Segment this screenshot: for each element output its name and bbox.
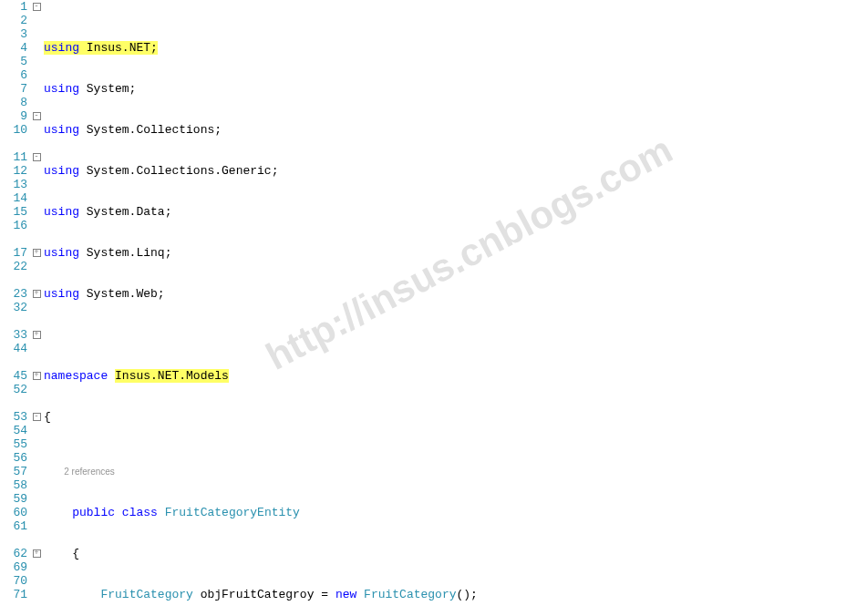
code-line[interactable]: namespace Insus.NET.Models: [44, 369, 867, 383]
code-area[interactable]: using Insus.NET; using System; using Sys…: [42, 0, 867, 616]
fold-icon[interactable]: -: [33, 413, 41, 421]
code-line[interactable]: public class FruitCategoryEntity: [44, 506, 867, 519]
code-line[interactable]: using Insus.NET;: [44, 41, 867, 55]
fold-icon[interactable]: -: [33, 3, 41, 11]
code-line[interactable]: [44, 328, 867, 342]
fold-icon[interactable]: +: [33, 249, 41, 257]
code-editor[interactable]: 1 2 3 4 5 6 7 8 9 10 11 12 13 14 15 16 1…: [0, 0, 867, 616]
code-line[interactable]: using System.Collections;: [44, 123, 867, 137]
fold-gutter: - - - + + + + -: [31, 0, 42, 616]
fold-icon[interactable]: +: [33, 331, 41, 339]
code-line[interactable]: {: [44, 547, 867, 560]
fold-icon[interactable]: -: [33, 153, 41, 161]
code-line[interactable]: {: [44, 410, 867, 424]
line-number-gutter: 1 2 3 4 5 6 7 8 9 10 11 12 13 14 15 16 1…: [0, 0, 31, 616]
code-line[interactable]: using System.Linq;: [44, 246, 867, 260]
fold-icon[interactable]: -: [33, 112, 41, 120]
codelens-references[interactable]: 2 references: [44, 465, 867, 478]
code-line[interactable]: using System.Web;: [44, 287, 867, 301]
code-line[interactable]: using System;: [44, 82, 867, 96]
code-line[interactable]: FruitCategory objFruitCategroy = new Fru…: [44, 588, 867, 601]
fold-icon[interactable]: +: [33, 372, 41, 380]
code-line[interactable]: using System.Data;: [44, 205, 867, 219]
fold-icon[interactable]: +: [33, 549, 41, 558]
code-line[interactable]: using System.Collections.Generic;: [44, 164, 867, 178]
fold-icon[interactable]: +: [33, 290, 41, 298]
